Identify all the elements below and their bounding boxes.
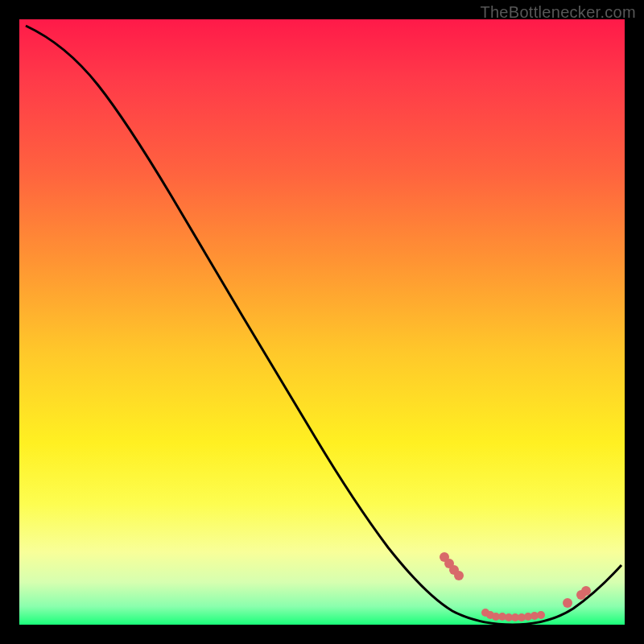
- plot-area: [19, 19, 625, 625]
- svg-point-16: [581, 586, 591, 596]
- svg-point-3: [454, 571, 464, 580]
- bottleneck-curve: [26, 26, 621, 625]
- attribution-text: TheBottlenecker.com: [480, 3, 636, 22]
- svg-point-13: [537, 611, 545, 619]
- chart-frame: TheBottlenecker.com: [0, 0, 644, 644]
- chart-svg: [19, 19, 625, 625]
- svg-point-14: [563, 598, 572, 608]
